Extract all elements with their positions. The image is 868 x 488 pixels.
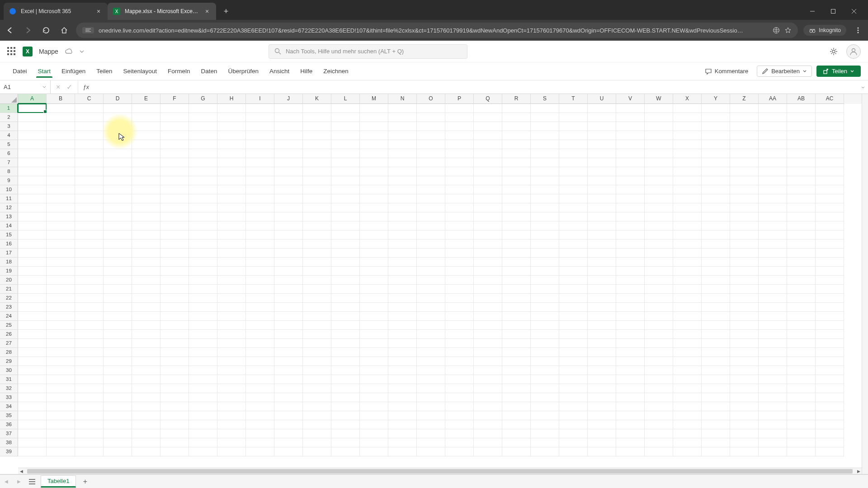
minimize-button[interactable] — [802, 3, 823, 19]
browser-tab[interactable]: X Mappe.xlsx - Microsoft Excel O × — [108, 3, 216, 20]
row-header[interactable]: 33 — [0, 393, 18, 402]
cell[interactable] — [18, 357, 47, 366]
cell[interactable] — [816, 212, 844, 221]
cell[interactable] — [673, 140, 702, 149]
cell[interactable] — [588, 294, 616, 303]
cell[interactable] — [360, 158, 388, 167]
cell[interactable] — [588, 167, 616, 176]
cell[interactable] — [160, 321, 189, 330]
cell[interactable] — [189, 140, 217, 149]
cell[interactable] — [559, 230, 588, 239]
cell[interactable] — [274, 203, 303, 212]
cell[interactable] — [445, 212, 474, 221]
cell[interactable] — [274, 113, 303, 122]
cell[interactable] — [246, 339, 274, 348]
cell[interactable] — [559, 438, 588, 447]
cell[interactable] — [189, 429, 217, 438]
cell[interactable] — [559, 285, 588, 294]
cell[interactable] — [616, 230, 645, 239]
cell[interactable] — [132, 194, 160, 203]
cell[interactable] — [474, 438, 502, 447]
cell[interactable] — [160, 194, 189, 203]
cell[interactable] — [787, 249, 816, 258]
cell[interactable] — [104, 212, 132, 221]
cell[interactable] — [331, 402, 360, 411]
cell[interactable] — [104, 447, 132, 456]
cell[interactable] — [104, 149, 132, 158]
cell[interactable] — [246, 113, 274, 122]
cell[interactable] — [445, 393, 474, 402]
cell[interactable] — [331, 230, 360, 239]
cell[interactable] — [445, 384, 474, 393]
cell[interactable] — [474, 411, 502, 420]
cell[interactable] — [160, 339, 189, 348]
cell[interactable] — [759, 176, 787, 185]
cell[interactable] — [189, 411, 217, 420]
cell[interactable] — [189, 438, 217, 447]
cell[interactable] — [160, 276, 189, 285]
cell[interactable] — [559, 113, 588, 122]
cell[interactable] — [104, 194, 132, 203]
cell[interactable] — [360, 185, 388, 194]
cell[interactable] — [75, 285, 104, 294]
cell[interactable] — [360, 203, 388, 212]
cell[interactable] — [417, 429, 445, 438]
cell[interactable] — [787, 194, 816, 203]
cell[interactable] — [75, 447, 104, 456]
cell[interactable] — [75, 420, 104, 429]
cell[interactable] — [331, 267, 360, 276]
cell[interactable] — [702, 393, 730, 402]
cell[interactable] — [47, 258, 75, 267]
cell[interactable] — [616, 104, 645, 113]
cell[interactable] — [47, 239, 75, 249]
cell[interactable] — [18, 221, 47, 230]
cell[interactable] — [616, 122, 645, 131]
site-info-icon[interactable] — [82, 27, 94, 33]
cell[interactable] — [18, 230, 47, 239]
cell[interactable] — [445, 194, 474, 203]
cell[interactable] — [445, 267, 474, 276]
cell[interactable] — [531, 176, 559, 185]
cell[interactable] — [673, 447, 702, 456]
cell[interactable] — [303, 131, 331, 140]
cell[interactable] — [18, 167, 47, 176]
cell[interactable] — [47, 212, 75, 221]
row-header[interactable]: 23 — [0, 303, 18, 312]
cell[interactable] — [132, 420, 160, 429]
scroll-left-button[interactable]: ◀ — [18, 468, 24, 474]
cell[interactable] — [47, 203, 75, 212]
cell[interactable] — [645, 140, 673, 149]
cell[interactable] — [474, 122, 502, 131]
new-tab-button[interactable]: + — [220, 5, 232, 18]
cell[interactable] — [331, 258, 360, 267]
cell[interactable] — [104, 185, 132, 194]
cell[interactable] — [132, 122, 160, 131]
cell[interactable] — [759, 149, 787, 158]
cell[interactable] — [47, 357, 75, 366]
cell[interactable] — [673, 303, 702, 312]
cell[interactable] — [474, 393, 502, 402]
cell[interactable] — [474, 339, 502, 348]
cell[interactable] — [730, 294, 759, 303]
cell[interactable] — [816, 167, 844, 176]
column-header[interactable]: K — [303, 94, 331, 104]
cell[interactable] — [531, 303, 559, 312]
cell[interactable] — [559, 203, 588, 212]
cell[interactable] — [673, 366, 702, 375]
cell[interactable] — [303, 185, 331, 194]
cell[interactable] — [160, 149, 189, 158]
cell[interactable] — [787, 122, 816, 131]
cell[interactable] — [759, 131, 787, 140]
cell[interactable] — [702, 447, 730, 456]
cell[interactable] — [445, 176, 474, 185]
cell[interactable] — [730, 339, 759, 348]
cell[interactable] — [417, 393, 445, 402]
cell[interactable] — [531, 294, 559, 303]
cell[interactable] — [559, 258, 588, 267]
cell[interactable] — [474, 447, 502, 456]
column-header[interactable]: W — [645, 94, 673, 104]
cell[interactable] — [189, 249, 217, 258]
cell[interactable] — [645, 212, 673, 221]
row-header[interactable]: 6 — [0, 149, 18, 158]
cell[interactable] — [588, 185, 616, 194]
